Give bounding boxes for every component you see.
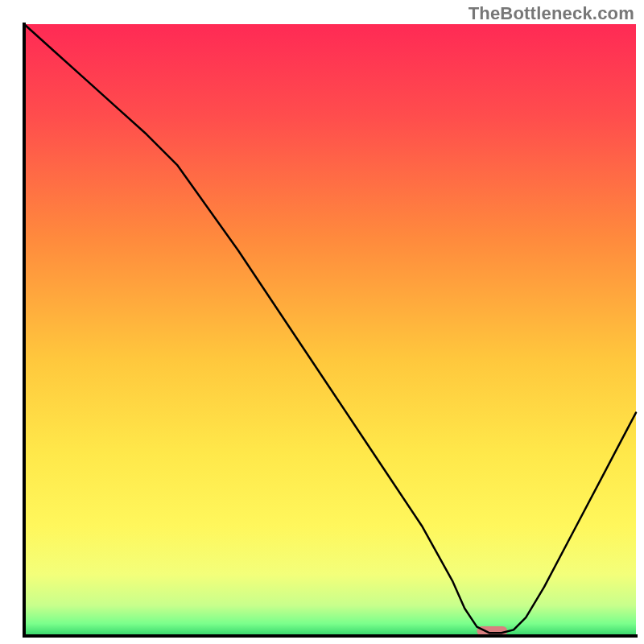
chart-background [24, 24, 636, 636]
chart-svg [0, 0, 644, 644]
bottleneck-chart: TheBottleneck.com [0, 0, 644, 644]
watermark-text: TheBottleneck.com [469, 3, 634, 24]
